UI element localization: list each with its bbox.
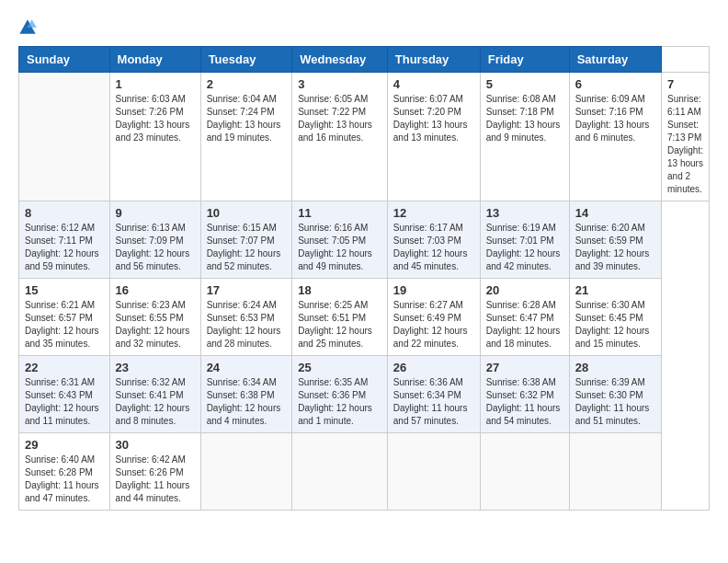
empty-cell	[19, 73, 110, 201]
day-number: 30	[116, 438, 195, 452]
day-cell-17: 17Sunrise: 6:24 AMSunset: 6:53 PMDayligh…	[200, 279, 292, 356]
day-number: 27	[486, 361, 563, 374]
day-cell-24: 24Sunrise: 6:34 AMSunset: 6:38 PMDayligh…	[200, 356, 292, 433]
day-number: 22	[25, 361, 104, 374]
day-info: Sunrise: 6:36 AMSunset: 6:34 PMDaylight:…	[393, 376, 474, 428]
day-number: 13	[486, 206, 563, 220]
day-info: Sunrise: 6:09 AMSunset: 7:16 PMDaylight:…	[575, 93, 655, 144]
day-number: 28	[575, 361, 655, 374]
day-info: Sunrise: 6:03 AMSunset: 7:26 PMDaylight:…	[116, 93, 195, 144]
day-cell-8: 8Sunrise: 6:12 AMSunset: 7:11 PMDaylight…	[19, 201, 110, 279]
header-friday: Friday	[480, 47, 569, 73]
day-number: 1	[116, 77, 195, 91]
day-info: Sunrise: 6:17 AMSunset: 7:03 PMDaylight:…	[393, 222, 474, 273]
day-cell-16: 16Sunrise: 6:23 AMSunset: 6:55 PMDayligh…	[109, 279, 200, 356]
day-number: 15	[25, 283, 104, 297]
day-number: 7	[667, 77, 703, 91]
day-cell-30: 30Sunrise: 6:42 AMSunset: 6:26 PMDayligh…	[109, 433, 200, 511]
day-number: 11	[298, 206, 381, 220]
day-number: 2	[207, 77, 287, 91]
week-row-1: 1Sunrise: 6:03 AMSunset: 7:26 PMDaylight…	[19, 73, 710, 201]
day-number: 16	[116, 283, 195, 297]
day-number: 29	[25, 438, 104, 452]
day-info: Sunrise: 6:39 AMSunset: 6:30 PMDaylight:…	[575, 376, 655, 428]
day-cell-20: 20Sunrise: 6:28 AMSunset: 6:47 PMDayligh…	[480, 279, 569, 356]
day-info: Sunrise: 6:30 AMSunset: 6:45 PMDaylight:…	[575, 299, 655, 350]
day-info: Sunrise: 6:20 AMSunset: 6:59 PMDaylight:…	[575, 222, 655, 273]
header-thursday: Thursday	[387, 47, 480, 73]
day-info: Sunrise: 6:24 AMSunset: 6:53 PMDaylight:…	[207, 299, 287, 350]
header-tuesday: Tuesday	[200, 47, 292, 73]
day-cell-13: 13Sunrise: 6:19 AMSunset: 7:01 PMDayligh…	[480, 201, 569, 279]
empty-cell	[200, 433, 292, 511]
day-number: 17	[207, 283, 287, 297]
day-info: Sunrise: 6:04 AMSunset: 7:24 PMDaylight:…	[207, 93, 287, 144]
day-number: 25	[298, 361, 381, 374]
day-cell-18: 18Sunrise: 6:25 AMSunset: 6:51 PMDayligh…	[292, 279, 388, 356]
day-number: 19	[393, 283, 474, 297]
day-cell-14: 14Sunrise: 6:20 AMSunset: 6:59 PMDayligh…	[569, 201, 661, 279]
empty-cell	[480, 433, 569, 511]
day-cell-11: 11Sunrise: 6:16 AMSunset: 7:05 PMDayligh…	[292, 201, 388, 279]
day-info: Sunrise: 6:13 AMSunset: 7:09 PMDaylight:…	[116, 222, 195, 273]
day-info: Sunrise: 6:25 AMSunset: 6:51 PMDaylight:…	[298, 299, 381, 350]
empty-cell	[387, 433, 480, 511]
week-row-4: 22Sunrise: 6:31 AMSunset: 6:43 PMDayligh…	[19, 356, 710, 433]
day-cell-23: 23Sunrise: 6:32 AMSunset: 6:41 PMDayligh…	[109, 356, 200, 433]
week-row-5: 29Sunrise: 6:40 AMSunset: 6:28 PMDayligh…	[19, 433, 710, 511]
day-cell-9: 9Sunrise: 6:13 AMSunset: 7:09 PMDaylight…	[109, 201, 200, 279]
day-number: 6	[575, 77, 655, 91]
day-cell-1: 1Sunrise: 6:03 AMSunset: 7:26 PMDaylight…	[109, 73, 200, 201]
day-number: 23	[116, 361, 195, 374]
logo	[18, 18, 44, 37]
day-cell-10: 10Sunrise: 6:15 AMSunset: 7:07 PMDayligh…	[200, 201, 292, 279]
day-info: Sunrise: 6:35 AMSunset: 6:36 PMDaylight:…	[298, 376, 381, 428]
day-info: Sunrise: 6:11 AMSunset: 7:13 PMDaylight:…	[667, 93, 703, 196]
day-number: 21	[575, 283, 655, 297]
day-info: Sunrise: 6:38 AMSunset: 6:32 PMDaylight:…	[486, 376, 563, 428]
day-info: Sunrise: 6:05 AMSunset: 7:22 PMDaylight:…	[298, 93, 381, 144]
day-cell-21: 21Sunrise: 6:30 AMSunset: 6:45 PMDayligh…	[569, 279, 661, 356]
calendar-table: SundayMondayTuesdayWednesdayThursdayFrid…	[18, 46, 710, 511]
day-number: 24	[207, 361, 287, 374]
day-info: Sunrise: 6:08 AMSunset: 7:18 PMDaylight:…	[486, 93, 563, 144]
week-row-3: 15Sunrise: 6:21 AMSunset: 6:57 PMDayligh…	[19, 279, 710, 356]
day-cell-28: 28Sunrise: 6:39 AMSunset: 6:30 PMDayligh…	[569, 356, 661, 433]
header-sunday: Sunday	[19, 47, 110, 73]
day-info: Sunrise: 6:12 AMSunset: 7:11 PMDaylight:…	[25, 222, 104, 273]
day-cell-26: 26Sunrise: 6:36 AMSunset: 6:34 PMDayligh…	[387, 356, 480, 433]
day-number: 8	[25, 206, 104, 220]
day-info: Sunrise: 6:31 AMSunset: 6:43 PMDaylight:…	[25, 376, 104, 428]
day-info: Sunrise: 6:32 AMSunset: 6:41 PMDaylight:…	[116, 376, 195, 428]
day-number: 12	[393, 206, 474, 220]
day-info: Sunrise: 6:40 AMSunset: 6:28 PMDaylight:…	[25, 454, 104, 505]
day-number: 14	[575, 206, 655, 220]
empty-cell	[292, 433, 388, 511]
day-number: 18	[298, 283, 381, 297]
day-number: 3	[298, 77, 381, 91]
day-cell-3: 3Sunrise: 6:05 AMSunset: 7:22 PMDaylight…	[292, 73, 388, 201]
day-cell-2: 2Sunrise: 6:04 AMSunset: 7:24 PMDaylight…	[200, 73, 292, 201]
day-info: Sunrise: 6:19 AMSunset: 7:01 PMDaylight:…	[486, 222, 563, 273]
day-cell-6: 6Sunrise: 6:09 AMSunset: 7:16 PMDaylight…	[569, 73, 661, 201]
day-info: Sunrise: 6:27 AMSunset: 6:49 PMDaylight:…	[393, 299, 474, 350]
day-cell-25: 25Sunrise: 6:35 AMSunset: 6:36 PMDayligh…	[292, 356, 388, 433]
day-cell-5: 5Sunrise: 6:08 AMSunset: 7:18 PMDaylight…	[480, 73, 569, 201]
day-number: 4	[393, 77, 474, 91]
day-info: Sunrise: 6:15 AMSunset: 7:07 PMDaylight:…	[207, 222, 287, 273]
page-header	[18, 18, 710, 37]
day-info: Sunrise: 6:16 AMSunset: 7:05 PMDaylight:…	[298, 222, 381, 273]
day-cell-29: 29Sunrise: 6:40 AMSunset: 6:28 PMDayligh…	[19, 433, 110, 511]
logo-icon	[18, 18, 37, 37]
empty-cell	[569, 433, 661, 511]
day-number: 20	[486, 283, 563, 297]
day-cell-27: 27Sunrise: 6:38 AMSunset: 6:32 PMDayligh…	[480, 356, 569, 433]
day-info: Sunrise: 6:07 AMSunset: 7:20 PMDaylight:…	[393, 93, 474, 144]
day-number: 9	[116, 206, 195, 220]
header-row: SundayMondayTuesdayWednesdayThursdayFrid…	[19, 47, 710, 73]
day-cell-15: 15Sunrise: 6:21 AMSunset: 6:57 PMDayligh…	[19, 279, 110, 356]
day-cell-12: 12Sunrise: 6:17 AMSunset: 7:03 PMDayligh…	[387, 201, 480, 279]
header-monday: Monday	[109, 47, 200, 73]
week-row-2: 8Sunrise: 6:12 AMSunset: 7:11 PMDaylight…	[19, 201, 710, 279]
day-info: Sunrise: 6:21 AMSunset: 6:57 PMDaylight:…	[25, 299, 104, 350]
